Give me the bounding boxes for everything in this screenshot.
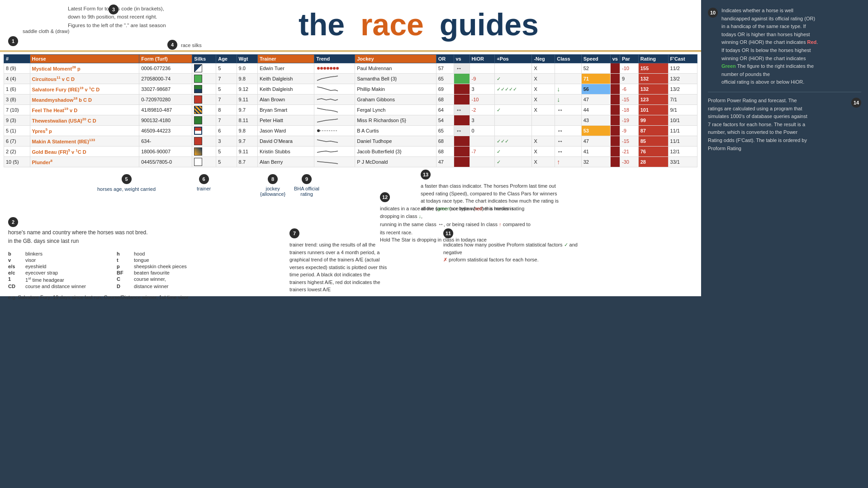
cell-fcast: 33/1 <box>668 157 697 167</box>
cell-class: ↔ <box>555 147 581 157</box>
main-layout: 1 saddle cloth & (draw) Latest Form for … <box>0 0 868 296</box>
col-vs2: vs <box>610 55 620 63</box>
brand-space2 <box>427 7 436 42</box>
legend-item-h: hhood <box>117 251 212 256</box>
legend-example: e.g. Salvatore Fury: 19 days since last … <box>8 294 212 300</box>
cell-pos <box>495 63 532 74</box>
annotation-8-area: 8 jockey{allowance} <box>260 174 285 197</box>
col-or: OR <box>436 55 454 63</box>
cell-neg <box>532 126 555 136</box>
legend-grid: bblinkers hhood vvisor ttongue e/seyeshi… <box>8 251 212 289</box>
cell-wgt: 9.12 <box>237 84 257 95</box>
cell-rating: 85 <box>638 136 668 147</box>
cell-num: 4 (4) <box>4 74 30 84</box>
cell-form: 33027-98687 <box>139 84 192 95</box>
cell-trend <box>314 126 355 136</box>
cell-par: -9 <box>620 126 639 136</box>
table-row: 10 (5) Plunder8 04455/7805-0 5 8.7 Alan … <box>4 157 697 167</box>
page-wrapper: 1 saddle cloth & (draw) Latest Form for … <box>0 0 868 488</box>
legend-item-p: psheepskin cheek pieces <box>117 264 212 269</box>
cell-horse: Circuitous11 v C D <box>30 74 139 84</box>
cell-jockey: B A Curtis <box>355 126 436 136</box>
svg-point-6 <box>336 67 339 70</box>
cell-speed: 43 <box>581 115 610 126</box>
legend-item-1: 11st time headgear <box>8 276 103 283</box>
cell-pos <box>495 126 532 136</box>
cell-horse: Feel The Heat19 v D <box>30 105 139 115</box>
cell-jockey: P J McDonald <box>355 157 436 167</box>
cell-par: -15 <box>620 95 639 105</box>
cell-vs <box>454 84 470 95</box>
legend-item-bf: BFbeaten favourite <box>117 270 212 275</box>
cell-vs: ↔ <box>454 105 470 115</box>
cell-age: 8 <box>216 105 237 115</box>
legend-item-es: e/seyeshield <box>8 264 103 269</box>
cell-class <box>555 74 581 84</box>
table-row: 8 (9) Mystical Moment28 p 0006-077236 5 … <box>4 63 697 74</box>
cell-silks <box>192 74 216 84</box>
cell-form: 634- <box>139 136 192 147</box>
cell-rating: 123 <box>638 95 668 105</box>
cell-par: -18 <box>620 105 639 115</box>
cell-neg: X <box>532 84 555 95</box>
cell-neg: X <box>532 136 555 147</box>
cell-trainer: Kristin Stubbs <box>257 147 314 157</box>
annotation-11-text: indicates how many positive Proform stat… <box>443 241 579 264</box>
cell-par: -30 <box>620 157 639 167</box>
cell-age: 5 <box>216 63 237 74</box>
col-wgt: Wgt <box>237 55 257 63</box>
annotation-3: 3 <box>109 5 119 14</box>
cell-speed: 44 <box>581 105 610 115</box>
cell-trainer: Keith Dalgleish <box>257 74 314 84</box>
cell-trend <box>314 74 355 84</box>
annotation-10: 10 <box>708 8 718 18</box>
cell-pos: ✓✓✓✓✓ <box>495 84 532 95</box>
annotation-5-area: 5 horses age, weight carried <box>97 174 156 193</box>
cell-silks <box>192 105 216 115</box>
col-silks: Silks <box>192 55 216 63</box>
table-row: 1 (6) Salvatore Fury (IRE)19 v 1C D 3302… <box>4 84 697 95</box>
cell-trainer: Peter Hiatt <box>257 115 314 126</box>
cell-num: 9 (3) <box>4 115 30 126</box>
cell-hior: 3 <box>470 84 495 95</box>
annotation-6-area: 6 trainer <box>197 174 211 191</box>
cell-speed: 32 <box>581 157 610 167</box>
legend-section: bblinkers hhood vvisor ttongue e/seyeshi… <box>8 251 212 289</box>
cell-horse: Makin A Statement (IRE)133 <box>30 136 139 147</box>
cell-form: 0006-077236 <box>139 63 192 74</box>
cell-trend <box>314 157 355 167</box>
cell-pos: ✓✓✓ <box>495 136 532 147</box>
race-silks-label: race silks <box>181 43 202 48</box>
cell-horse: Ypres5 p <box>30 126 139 136</box>
legend-item-c: Ccourse winner, <box>117 276 212 283</box>
svg-point-7 <box>317 129 320 132</box>
col-neg: -Neg <box>532 55 555 63</box>
cell-vs <box>454 115 470 126</box>
svg-point-1 <box>320 67 323 70</box>
cell-fcast: 11/2 <box>668 63 697 74</box>
cell-horse: Plunder8 <box>30 157 139 167</box>
annotation-13-area: 13 a faster than class indicator. The ho… <box>421 170 561 212</box>
cell-neg <box>532 115 555 126</box>
annotation-9-label: BHA officialrating <box>294 186 319 197</box>
cell-pos <box>495 95 532 105</box>
cell-or: 68 <box>436 136 454 147</box>
legend-item-b: bblinkers <box>8 251 103 256</box>
cell-trend <box>314 105 355 115</box>
cell-hior <box>470 157 495 167</box>
cell-age: 5 <box>216 84 237 95</box>
cell-jockey: Paul Mulrennan <box>355 63 436 74</box>
cell-class: ↔ <box>555 126 581 136</box>
cell-trend <box>314 147 355 157</box>
cell-silks <box>192 157 216 167</box>
cell-hior: 0 <box>470 126 495 136</box>
saddle-cloth-note: saddle cloth & (draw) <box>23 28 69 35</box>
annotation-14: 14 <box>851 98 861 108</box>
svg-point-2 <box>323 67 326 70</box>
race-table: # Horse Form (Turf) Silks Age Wgt Traine… <box>4 54 697 167</box>
col-vs: vs <box>454 55 470 63</box>
brand-guides: guides <box>440 7 539 42</box>
cell-form: 0-720970280 <box>139 95 192 105</box>
cell-or: 64 <box>436 105 454 115</box>
col-fcast: F'Cast <box>668 55 697 63</box>
